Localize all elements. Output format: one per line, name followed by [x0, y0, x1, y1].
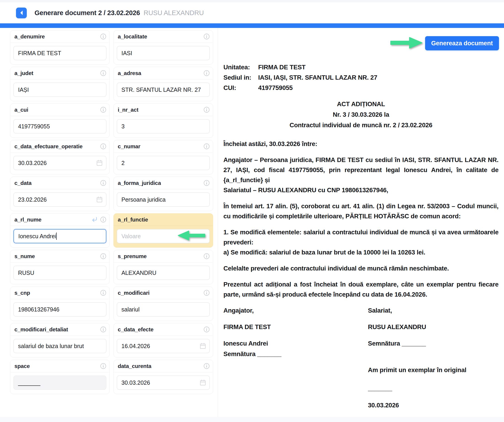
- signature-line: 30.03.2026: [368, 400, 498, 410]
- field-value: IASI: [121, 50, 132, 56]
- field-input-s_prenume[interactable]: ALEXANDRU: [117, 266, 210, 280]
- doc-paragraph: Încheiat astăzi, 30.03.2026 între:: [223, 139, 498, 149]
- field-label: i_nr_act: [118, 107, 138, 113]
- field-card-c_modificari: c_modificari salariul: [114, 287, 213, 321]
- field-card-c_numar: c_numar 2: [114, 140, 213, 174]
- field-input-a_judet[interactable]: IAȘI: [13, 83, 106, 97]
- info-icon[interactable]: [100, 180, 106, 186]
- field-label: c_modificari: [118, 290, 150, 296]
- field-value: Persoana juridica: [121, 196, 166, 203]
- field-value: RUSU: [18, 269, 34, 276]
- info-icon[interactable]: [204, 180, 210, 186]
- info-icon[interactable]: [204, 253, 210, 259]
- info-icon[interactable]: [100, 216, 106, 223]
- info-icon[interactable]: [100, 253, 106, 259]
- back-button[interactable]: [16, 7, 27, 18]
- document-meta-row: Sediul in:IASI, IAȘI, STR. SFANTUL LAZAR…: [223, 73, 498, 83]
- info-icon[interactable]: [204, 70, 210, 76]
- info-icon[interactable]: [100, 70, 106, 76]
- field-label: a_denumire: [14, 33, 45, 40]
- doc-heading-line: ACT ADIȚIONAL: [223, 99, 498, 110]
- generate-document-button[interactable]: Genereaza document: [425, 36, 499, 50]
- doc-paragraph: Celelalte prevederi ale contractului ind…: [223, 263, 498, 274]
- calendar-icon[interactable]: [96, 196, 103, 203]
- field-input-s_nume[interactable]: RUSU: [13, 266, 106, 280]
- info-icon[interactable]: [204, 107, 210, 113]
- field-card-a_cui: a_cui 4197759055: [10, 104, 110, 138]
- field-card-c_data: c_data 23.02.2026: [10, 177, 110, 211]
- field-input-c_modificari_detaliat[interactable]: salariul de baza lunar brut: [13, 339, 106, 353]
- field-value: IAȘI: [18, 86, 29, 93]
- field-input-a_rl_nume[interactable]: Ionescu Andrei: [13, 229, 106, 243]
- field-input-a_denumire[interactable]: FIRMA DE TEST: [13, 46, 106, 60]
- info-icon[interactable]: [204, 326, 210, 332]
- field-input-c_data_efecte[interactable]: 16.04.2026: [117, 339, 210, 353]
- info-icon[interactable]: [100, 107, 106, 113]
- header-accent-bar: [0, 23, 504, 28]
- field-label: s_prenume: [118, 253, 147, 259]
- info-icon[interactable]: [204, 290, 210, 296]
- field-input-i_nr_act[interactable]: 3: [117, 119, 210, 133]
- signature-line: Angajator,: [223, 306, 368, 316]
- field-label: c_numar: [118, 143, 140, 150]
- signature-line: Semnătura _______: [223, 349, 368, 359]
- doc-paragraph: Prezentul act adițional a fost încheiat …: [223, 279, 498, 300]
- document-body: Încheiat astăzi, 30.03.2026 între:Angaja…: [223, 139, 498, 300]
- field-label: a_rl_functie: [118, 216, 148, 223]
- field-card-a_rl_functie: a_rl_functie Valoare: [114, 213, 213, 248]
- info-icon[interactable]: [100, 363, 106, 369]
- field-input-c_data_efectuare_operatie[interactable]: 30.03.2026: [13, 156, 106, 170]
- field-input-space[interactable]: _______: [13, 376, 106, 390]
- info-icon[interactable]: [100, 290, 106, 296]
- field-value: FIRMA DE TEST: [18, 50, 61, 56]
- signature-line: Ionescu Andrei: [223, 338, 368, 349]
- signature-line: _______: [368, 383, 498, 393]
- signature-line: Am primit un exemplar în original: [368, 365, 498, 375]
- document-meta-row: Unitatea:FIRMA DE TEST: [223, 62, 498, 73]
- doc-paragraph: Angajator – Persoana juridica, FIRMA DE …: [223, 155, 498, 195]
- doc-paragraph: 1. Se modifică elementele: salariul a co…: [223, 227, 498, 257]
- field-label: a_localitate: [118, 33, 147, 40]
- field-value: salariul de baza lunar brut: [18, 343, 84, 349]
- field-label: c_data_efecte: [118, 326, 153, 333]
- field-label: c_modificari_detaliat: [14, 326, 68, 333]
- info-icon[interactable]: [204, 143, 210, 149]
- info-icon[interactable]: [204, 33, 210, 40]
- signature-line: Salariat,: [368, 306, 498, 316]
- annotation-arrow-field: [177, 230, 206, 242]
- document-panel: Genereaza document Unitatea:FIRMA DE TES…: [218, 28, 504, 417]
- undo-icon[interactable]: [91, 216, 98, 223]
- field-label: a_forma_juridica: [118, 180, 161, 186]
- field-value: Valoare: [121, 233, 141, 240]
- field-input-c_numar[interactable]: 2: [117, 156, 210, 170]
- field-card-a_localitate: a_localitate IASI: [114, 30, 213, 65]
- field-value: 30.03.2026: [18, 160, 47, 166]
- document-meta: Unitatea:FIRMA DE TESTSediul in:IASI, IA…: [223, 62, 498, 93]
- info-icon[interactable]: [100, 143, 106, 149]
- field-input-s_cnp[interactable]: 1980613267946: [13, 302, 106, 317]
- field-input-a_localitate[interactable]: IASI: [117, 46, 210, 60]
- field-input-c_data[interactable]: 23.02.2026: [13, 192, 106, 207]
- info-icon[interactable]: [204, 363, 210, 369]
- field-input-data_curenta[interactable]: 30.03.2026: [117, 376, 210, 390]
- calendar-icon[interactable]: [199, 379, 206, 386]
- calendar-icon[interactable]: [199, 342, 206, 349]
- field-input-c_modificari[interactable]: salariul: [117, 302, 210, 317]
- field-card-a_judet: a_judet IAȘI: [10, 67, 110, 101]
- field-value: salariul: [121, 306, 139, 313]
- field-card-a_forma_juridica: a_forma_juridica Persoana juridica: [114, 177, 213, 211]
- field-input-a_forma_juridica[interactable]: Persoana juridica: [117, 192, 210, 207]
- field-input-a_cui[interactable]: 4197759055: [13, 119, 106, 133]
- signature-employer: Angajator,FIRMA DE TESTIonescu AndreiSem…: [223, 306, 368, 417]
- field-input-a_adresa[interactable]: STR. SFANTUL LAZAR NR. 27: [117, 83, 210, 97]
- info-icon[interactable]: [100, 33, 106, 40]
- field-label: s_nume: [14, 253, 35, 259]
- info-icon[interactable]: [100, 326, 106, 332]
- document-preview: Unitatea:FIRMA DE TESTSediul in:IASI, IA…: [223, 62, 498, 417]
- field-label: a_judet: [14, 70, 33, 76]
- page-title: Generare document 2 / 23.02.2026: [35, 9, 140, 17]
- field-value: 23.02.2026: [18, 196, 47, 203]
- field-label: a_rl_nume: [14, 216, 41, 223]
- calendar-icon[interactable]: [96, 159, 103, 166]
- field-input-a_rl_functie[interactable]: Valoare: [117, 229, 210, 243]
